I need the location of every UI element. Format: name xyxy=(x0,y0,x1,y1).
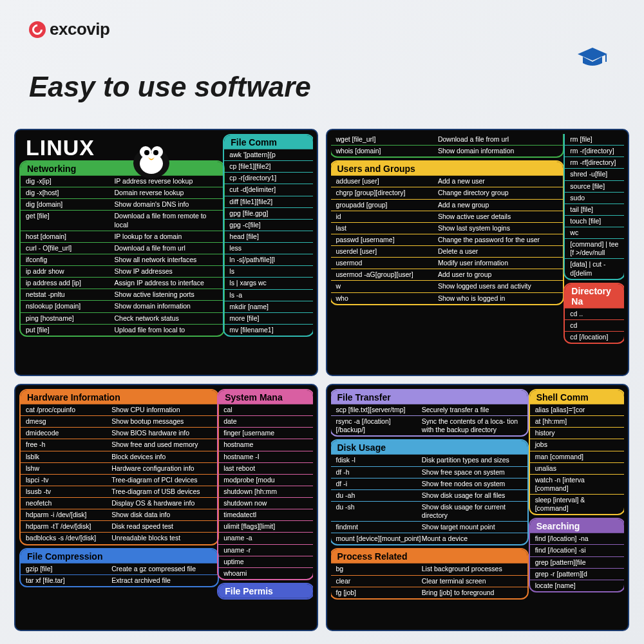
command-text: hdparm -tT /dev/[disk] xyxy=(26,522,111,531)
description-text: Show disk usage for current directory xyxy=(422,503,522,520)
description-text: Show disk usage for all files xyxy=(422,491,522,500)
command-text: lsusb -tv xyxy=(26,488,111,496)
description-text: Block devices info xyxy=(111,453,212,461)
table-row: dmesgShow bootup messages xyxy=(21,415,218,427)
description-text: Show CPU information xyxy=(111,406,212,414)
command-text: free -h xyxy=(26,440,111,449)
command-text: userdel [user] xyxy=(336,247,438,256)
command-text: grep -r [pattern][d xyxy=(535,570,619,578)
command-text: cp -r[directory1] xyxy=(229,174,307,182)
table-row: dig [domain]Show domain's DNS info xyxy=(21,198,223,210)
table-row: mkdir [name] xyxy=(224,301,312,312)
command-text: whoami xyxy=(223,569,307,578)
command-text: get [file] xyxy=(26,212,114,229)
block-searching: Searching find [/location] -nafind [/loc… xyxy=(529,518,624,592)
block-title: File Permis xyxy=(218,584,312,598)
description-text: Add user to group xyxy=(438,270,558,279)
command-text: jobs xyxy=(535,440,619,449)
table-row: mv [filename1] xyxy=(224,324,312,336)
command-text: dmidecode xyxy=(26,429,111,437)
description-text: Show target mount point xyxy=(422,523,522,531)
command-text: groupadd [group] xyxy=(336,201,438,209)
table-row: uptime xyxy=(218,556,312,567)
command-text: ls -a xyxy=(229,291,307,299)
command-text: adduser [user] xyxy=(336,177,438,185)
description-text: Sync the contents of a loca- tion with t… xyxy=(422,417,522,434)
command-text: modprobe [modu xyxy=(223,476,307,484)
description-text: Bring [job] to foreground xyxy=(422,589,522,597)
command-text: netstat -pnltu xyxy=(26,290,114,299)
table-row: gpg [file.gpg] xyxy=(224,207,312,219)
description-text: Show domain's DNS info xyxy=(114,200,218,209)
command-text: hostname -I xyxy=(223,453,307,461)
block-shell-commands: Shell Comm alias [alias]='[corat [hh:mm]… xyxy=(529,389,624,515)
table-row: fg [job]Bring [job] to foreground xyxy=(331,587,528,598)
table-row: watch -n [interva [command] xyxy=(530,474,624,494)
block-system-management: System Mana caldatefinger [usernamehostn… xyxy=(217,389,312,580)
description-text: Download a file from url xyxy=(438,135,558,144)
table-row: ls -a xyxy=(224,289,312,301)
table-row: find [/location] -na xyxy=(530,533,624,544)
table-row: shred -u[file] xyxy=(565,168,624,180)
description-text: Show last system logins xyxy=(438,224,558,232)
headline: Easy to use software xyxy=(29,71,311,103)
description-text: Mount a device xyxy=(422,535,522,543)
table-row: du -shShow disk usage for current direct… xyxy=(331,501,528,521)
description-text: Show bootup messages xyxy=(111,417,212,426)
table-row: shutdown now xyxy=(218,497,312,509)
table-row: idShow active user details xyxy=(331,211,563,222)
table-row: lspci -tvTree-diagram of PCI devices xyxy=(21,474,218,486)
description-text: Display OS & hardware info xyxy=(111,499,212,507)
description-text: Change the password for the user xyxy=(438,236,558,244)
command-text: cd .. xyxy=(570,310,619,318)
command-text: clear xyxy=(336,577,422,585)
table-row: get [file]Download a file from remote to… xyxy=(21,210,223,230)
table-row: dig -x[host]Domain reverse lookup xyxy=(21,187,223,198)
table-row: ln -s[/path/file][l xyxy=(224,254,312,265)
command-text: ls | xargs wc xyxy=(229,279,307,287)
table-row: wget [file_url]Download a file from url xyxy=(331,134,563,145)
description-text: IP lookup for a domain xyxy=(114,232,218,241)
command-text: dig -x[host] xyxy=(26,189,114,197)
description-text: Modify user information xyxy=(438,259,558,267)
command-text: more [file] xyxy=(229,314,307,323)
command-text: curl - O[file_url] xyxy=(26,244,114,252)
table-row: dmidecodeShow BIOS hardware info xyxy=(21,427,218,439)
block-title: Directory Na xyxy=(565,284,624,308)
command-text: df -i xyxy=(336,480,422,488)
table-row: hdparm -tT /dev/[disk]Disk read speed te… xyxy=(21,520,218,532)
table-row: more [file] xyxy=(224,312,312,324)
block-hardware-info: Hardware Information cat /proc/cpuinfoSh… xyxy=(19,389,219,545)
description-text: Show active listening ports xyxy=(114,290,218,299)
command-text: usermod -aG[group][user] xyxy=(336,270,438,279)
table-row: head [file] xyxy=(224,231,312,242)
table-row: whois [domain]Show domain information xyxy=(331,145,563,156)
description-text: Domain reverse lookup xyxy=(114,189,218,197)
table-row: at [hh:mm] xyxy=(530,415,624,427)
table-row: passwd [username]Change the password for… xyxy=(331,234,563,245)
command-text: uname -a xyxy=(223,534,307,542)
command-text: ls xyxy=(229,267,307,276)
description-text: Download a file from remote to local xyxy=(114,212,218,229)
block-title: File Comm xyxy=(224,135,312,149)
table-row: netstat -pnltuShow active listening port… xyxy=(21,289,223,300)
table-row: cd [/location] xyxy=(565,331,624,343)
command-text: gpg -c[file] xyxy=(229,221,307,229)
table-row: curl - O[file_url]Download a file from u… xyxy=(21,242,223,254)
table-row: [data] | cut -d[delim xyxy=(565,258,624,278)
command-text: source [file] xyxy=(570,182,619,191)
command-text: lsblk xyxy=(26,453,111,461)
description-text: Delete a user xyxy=(438,247,558,256)
command-text: w xyxy=(336,282,438,290)
table-row: bgList background processes xyxy=(331,564,528,574)
command-text: alias [alias]='[cor xyxy=(535,406,619,414)
table-row: finger [username xyxy=(218,427,312,439)
block-title: File Compression xyxy=(21,549,218,564)
table-row: diff [file1][file2] xyxy=(224,196,312,207)
table-row: fdisk -lDisk partition types and sizes xyxy=(331,455,528,466)
command-text: date xyxy=(223,417,307,426)
block-file-permissions: File Permis xyxy=(217,583,312,600)
table-row: grep [pattern][file xyxy=(530,556,624,568)
table-row: cal xyxy=(218,404,312,415)
command-text: wget [file_url] xyxy=(336,135,438,144)
